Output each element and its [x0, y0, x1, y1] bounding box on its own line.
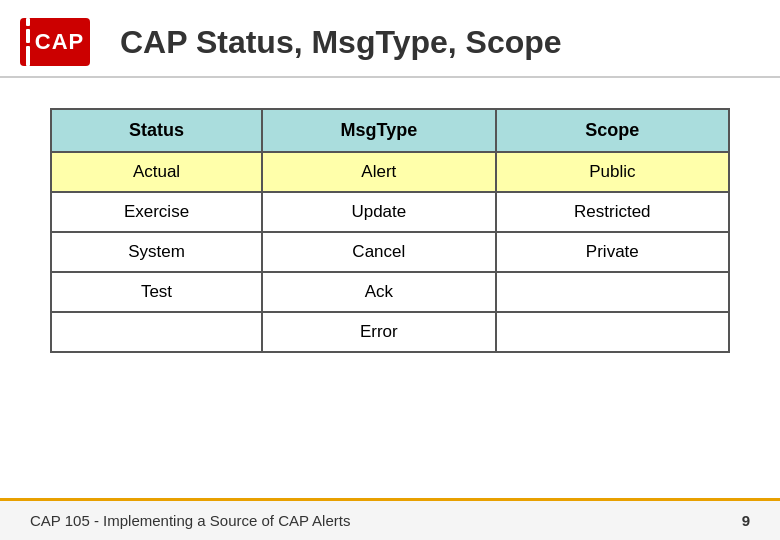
table-row: Actual Alert Public: [51, 152, 729, 192]
footer-text: CAP 105 - Implementing a Source of CAP A…: [30, 512, 350, 529]
cell-status-2: Exercise: [51, 192, 262, 232]
cell-msgtype-1: Alert: [262, 152, 496, 192]
cell-msgtype-3: Cancel: [262, 232, 496, 272]
cell-scope-5: [496, 312, 729, 352]
cell-status-1: Actual: [51, 152, 262, 192]
header: CAP CAP Status, MsgType, Scope: [0, 0, 780, 78]
cell-msgtype-2: Update: [262, 192, 496, 232]
col-header-scope: Scope: [496, 109, 729, 152]
logo-box: CAP: [20, 18, 90, 66]
cell-scope-2: Restricted: [496, 192, 729, 232]
cell-msgtype-4: Ack: [262, 272, 496, 312]
logo-text: CAP: [35, 29, 84, 55]
logo-line-1: [26, 18, 30, 26]
footer-page-number: 9: [742, 512, 750, 529]
col-header-status: Status: [51, 109, 262, 152]
table-row: Error: [51, 312, 729, 352]
page-title: CAP Status, MsgType, Scope: [120, 24, 562, 61]
cell-scope-1: Public: [496, 152, 729, 192]
table-header-row: Status MsgType Scope: [51, 109, 729, 152]
cell-scope-3: Private: [496, 232, 729, 272]
main-content: Status MsgType Scope Actual Alert Public…: [0, 78, 780, 373]
logo-line-3: [26, 46, 30, 66]
table-row: Exercise Update Restricted: [51, 192, 729, 232]
col-header-msgtype: MsgType: [262, 109, 496, 152]
cell-status-5: [51, 312, 262, 352]
cell-status-4: Test: [51, 272, 262, 312]
table-row: Test Ack: [51, 272, 729, 312]
cell-status-3: System: [51, 232, 262, 272]
logo: CAP: [20, 18, 90, 66]
table-row: System Cancel Private: [51, 232, 729, 272]
footer: CAP 105 - Implementing a Source of CAP A…: [0, 498, 780, 540]
cell-msgtype-5: Error: [262, 312, 496, 352]
logo-line-2: [26, 29, 30, 43]
logo-lines-icon: [26, 18, 30, 66]
cell-scope-4: [496, 272, 729, 312]
status-table: Status MsgType Scope Actual Alert Public…: [50, 108, 730, 353]
